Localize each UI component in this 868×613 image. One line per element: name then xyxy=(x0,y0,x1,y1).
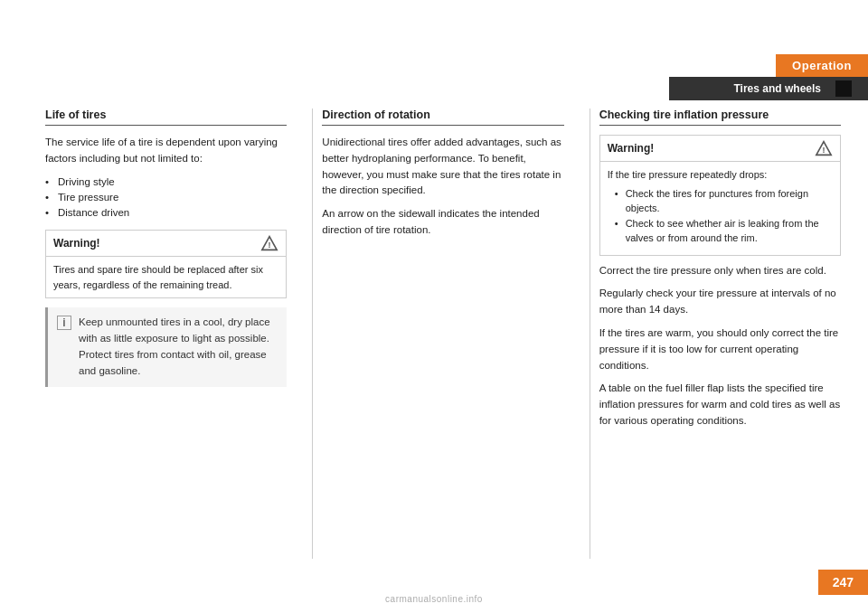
page-number: 247 xyxy=(818,570,868,595)
list-item: Tire pressure xyxy=(45,190,287,205)
col-checking-inflation: Checking tire inflation pressure Warning… xyxy=(599,108,841,559)
divider-2 xyxy=(590,108,590,559)
inflation-para3: If the tires are warm, you should only c… xyxy=(599,325,841,373)
list-item: Distance driven xyxy=(45,205,287,221)
operation-tab: Operation xyxy=(776,54,868,77)
inflation-warning-intro: If the tire pressure repeatedly drops: xyxy=(608,167,833,183)
inflation-warning-triangle-icon: ! xyxy=(815,140,833,156)
life-warning-box: Warning! ! Tires and spare tire should b… xyxy=(45,230,287,298)
inflation-para1: Correct the tire pressure only when tire… xyxy=(599,263,841,279)
header: Operation Tires and wheels xyxy=(669,54,868,100)
inflation-warning-header: Warning! ! xyxy=(600,136,840,162)
main-content: Life of tires The service life of a tire… xyxy=(45,108,841,559)
tires-wheels-bar: Tires and wheels xyxy=(669,77,868,100)
warning-body: Tires and spare tire should be replaced … xyxy=(46,257,286,297)
divider-1 xyxy=(312,108,313,559)
inflation-warning-label: Warning! xyxy=(608,142,655,155)
info-note-box: i Keep unmounted tires in a cool, dry pl… xyxy=(45,307,287,386)
inflation-warning-body: If the tire pressure repeatedly drops: C… xyxy=(600,162,840,255)
inflation-warning-bullets: Check the tires for punctures from forei… xyxy=(615,186,833,246)
warning-label: Warning! xyxy=(53,237,100,250)
list-item: Check the tires for punctures from forei… xyxy=(615,186,833,216)
section-marker xyxy=(835,80,852,97)
warning-header: Warning! ! xyxy=(46,231,286,257)
tires-wheels-label: Tires and wheels xyxy=(734,82,822,95)
inflation-warning-box: Warning! ! If the tire pressure repeated… xyxy=(599,135,841,256)
life-of-tires-intro: The service life of a tire is dependent … xyxy=(45,135,287,167)
list-item: Check to see whether air is leaking from… xyxy=(615,216,833,246)
checking-inflation-title: Checking tire inflation pressure xyxy=(599,108,841,126)
direction-para2: An arrow on the sidewall indicates the i… xyxy=(322,206,563,239)
info-icon: i xyxy=(57,316,71,330)
info-text: Keep unmounted tires in a cool, dry plac… xyxy=(79,315,278,379)
direction-rotation-title: Direction of rotation xyxy=(322,108,563,126)
col-life-of-tires: Life of tires The service life of a tire… xyxy=(45,108,303,559)
warning-triangle-icon: ! xyxy=(260,235,278,251)
watermark: carmanualsonline.info xyxy=(385,594,483,604)
inflation-para2: Regularly check your tire pressure at in… xyxy=(599,286,841,318)
life-factors-list: Driving style Tire pressure Distance dri… xyxy=(45,174,287,222)
warning-body-text: Tires and spare tire should be replaced … xyxy=(53,264,263,290)
col-direction-rotation: Direction of rotation Unidirectional tir… xyxy=(322,108,580,559)
svg-text:!: ! xyxy=(269,240,271,250)
direction-para1: Unidirectional tires offer added advanta… xyxy=(322,135,563,199)
inflation-para4: A table on the fuel filler flap lists th… xyxy=(599,381,841,429)
svg-text:!: ! xyxy=(822,146,825,155)
list-item: Driving style xyxy=(45,174,287,190)
life-of-tires-title: Life of tires xyxy=(45,108,287,126)
